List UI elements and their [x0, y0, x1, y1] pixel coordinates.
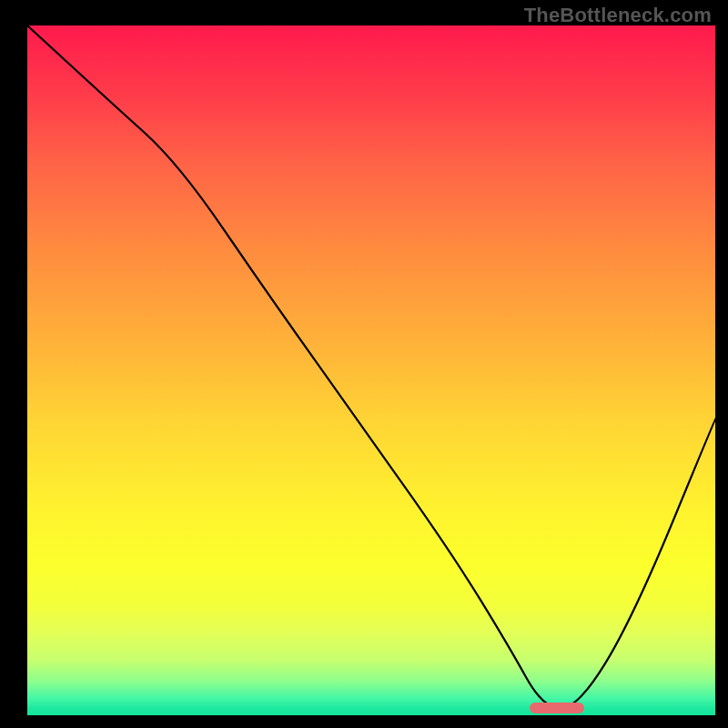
chart-container: TheBottleneck.com	[0, 0, 728, 728]
bottleneck-curve	[27, 25, 715, 715]
plot-area	[27, 25, 715, 715]
optimal-range-marker	[530, 703, 584, 713]
watermark-text: TheBottleneck.com	[524, 4, 712, 27]
